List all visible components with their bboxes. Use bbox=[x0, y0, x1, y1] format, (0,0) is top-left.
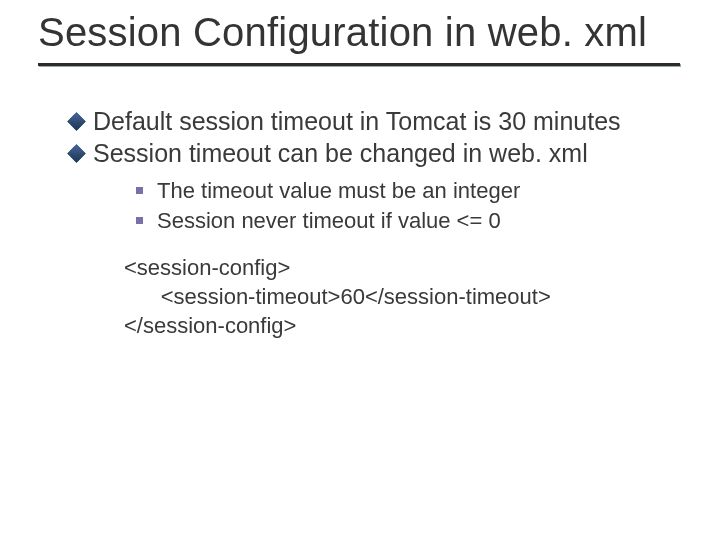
list-item: Default session timeout in Tomcat is 30 … bbox=[70, 106, 682, 137]
title-underline bbox=[38, 63, 680, 66]
square-bullet-icon bbox=[136, 187, 143, 194]
content-area: Default session timeout in Tomcat is 30 … bbox=[38, 106, 682, 340]
list-item: Session timeout can be changed in web. x… bbox=[70, 138, 682, 169]
bullet-text: Session timeout can be changed in web. x… bbox=[93, 138, 588, 169]
subbullet-text: The timeout value must be an integer bbox=[157, 177, 520, 205]
bullet-text: Default session timeout in Tomcat is 30 … bbox=[93, 106, 621, 137]
list-item: Session never timeout if value <= 0 bbox=[136, 207, 682, 235]
bullet-list-level2: The timeout value must be an integer Ses… bbox=[136, 177, 682, 235]
code-snippet: <session-config> <session-timeout>60</se… bbox=[124, 253, 682, 340]
diamond-bullet-icon bbox=[67, 112, 85, 130]
bullet-list-level1: Default session timeout in Tomcat is 30 … bbox=[70, 106, 682, 169]
diamond-bullet-icon bbox=[67, 145, 85, 163]
slide: Session Configuration in web. xml Defaul… bbox=[0, 0, 720, 540]
list-item: The timeout value must be an integer bbox=[136, 177, 682, 205]
slide-title: Session Configuration in web. xml bbox=[38, 10, 682, 61]
subbullet-text: Session never timeout if value <= 0 bbox=[157, 207, 501, 235]
square-bullet-icon bbox=[136, 217, 143, 224]
